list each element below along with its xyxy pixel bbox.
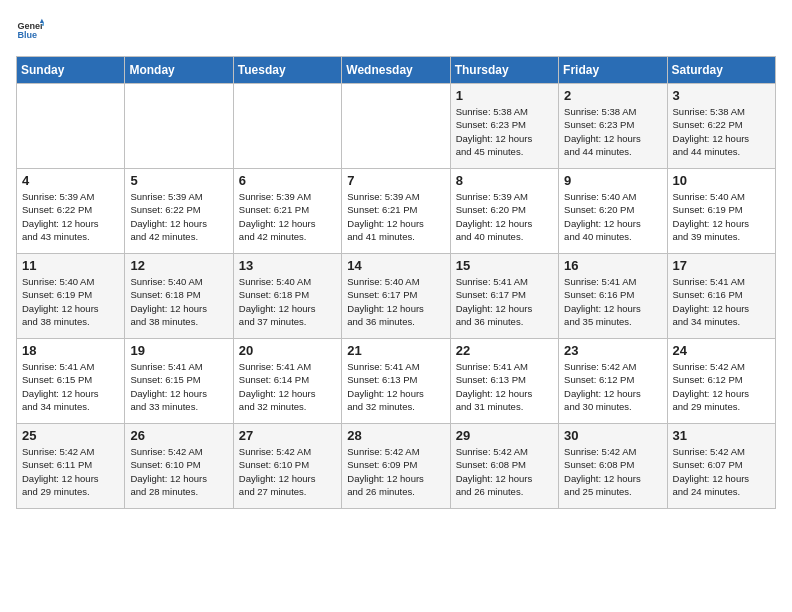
calendar-week-row: 4Sunrise: 5:39 AM Sunset: 6:22 PM Daylig… bbox=[17, 169, 776, 254]
day-info: Sunrise: 5:40 AM Sunset: 6:19 PM Dayligh… bbox=[673, 190, 770, 243]
day-info: Sunrise: 5:42 AM Sunset: 6:08 PM Dayligh… bbox=[564, 445, 661, 498]
day-info: Sunrise: 5:40 AM Sunset: 6:20 PM Dayligh… bbox=[564, 190, 661, 243]
day-info: Sunrise: 5:42 AM Sunset: 6:10 PM Dayligh… bbox=[130, 445, 227, 498]
day-number: 15 bbox=[456, 258, 553, 273]
day-number: 14 bbox=[347, 258, 444, 273]
day-header-thursday: Thursday bbox=[450, 57, 558, 84]
calendar-cell: 30Sunrise: 5:42 AM Sunset: 6:08 PM Dayli… bbox=[559, 424, 667, 509]
day-number: 13 bbox=[239, 258, 336, 273]
day-info: Sunrise: 5:41 AM Sunset: 6:16 PM Dayligh… bbox=[673, 275, 770, 328]
calendar-cell bbox=[233, 84, 341, 169]
day-info: Sunrise: 5:38 AM Sunset: 6:22 PM Dayligh… bbox=[673, 105, 770, 158]
calendar-cell: 8Sunrise: 5:39 AM Sunset: 6:20 PM Daylig… bbox=[450, 169, 558, 254]
day-info: Sunrise: 5:41 AM Sunset: 6:15 PM Dayligh… bbox=[130, 360, 227, 413]
day-info: Sunrise: 5:40 AM Sunset: 6:18 PM Dayligh… bbox=[130, 275, 227, 328]
calendar-cell: 14Sunrise: 5:40 AM Sunset: 6:17 PM Dayli… bbox=[342, 254, 450, 339]
day-info: Sunrise: 5:42 AM Sunset: 6:12 PM Dayligh… bbox=[564, 360, 661, 413]
day-number: 10 bbox=[673, 173, 770, 188]
day-info: Sunrise: 5:38 AM Sunset: 6:23 PM Dayligh… bbox=[456, 105, 553, 158]
day-info: Sunrise: 5:38 AM Sunset: 6:23 PM Dayligh… bbox=[564, 105, 661, 158]
day-number: 20 bbox=[239, 343, 336, 358]
day-info: Sunrise: 5:41 AM Sunset: 6:16 PM Dayligh… bbox=[564, 275, 661, 328]
calendar-cell: 26Sunrise: 5:42 AM Sunset: 6:10 PM Dayli… bbox=[125, 424, 233, 509]
calendar-cell: 27Sunrise: 5:42 AM Sunset: 6:10 PM Dayli… bbox=[233, 424, 341, 509]
day-header-saturday: Saturday bbox=[667, 57, 775, 84]
day-number: 17 bbox=[673, 258, 770, 273]
day-header-monday: Monday bbox=[125, 57, 233, 84]
day-info: Sunrise: 5:39 AM Sunset: 6:22 PM Dayligh… bbox=[22, 190, 119, 243]
calendar-cell bbox=[125, 84, 233, 169]
day-number: 24 bbox=[673, 343, 770, 358]
day-number: 12 bbox=[130, 258, 227, 273]
calendar-cell: 29Sunrise: 5:42 AM Sunset: 6:08 PM Dayli… bbox=[450, 424, 558, 509]
calendar-cell: 7Sunrise: 5:39 AM Sunset: 6:21 PM Daylig… bbox=[342, 169, 450, 254]
day-info: Sunrise: 5:41 AM Sunset: 6:15 PM Dayligh… bbox=[22, 360, 119, 413]
calendar-week-row: 18Sunrise: 5:41 AM Sunset: 6:15 PM Dayli… bbox=[17, 339, 776, 424]
calendar-week-row: 1Sunrise: 5:38 AM Sunset: 6:23 PM Daylig… bbox=[17, 84, 776, 169]
calendar-cell bbox=[17, 84, 125, 169]
day-number: 7 bbox=[347, 173, 444, 188]
svg-text:General: General bbox=[17, 21, 44, 31]
day-number: 31 bbox=[673, 428, 770, 443]
calendar-cell: 6Sunrise: 5:39 AM Sunset: 6:21 PM Daylig… bbox=[233, 169, 341, 254]
day-number: 9 bbox=[564, 173, 661, 188]
day-number: 8 bbox=[456, 173, 553, 188]
day-info: Sunrise: 5:41 AM Sunset: 6:13 PM Dayligh… bbox=[456, 360, 553, 413]
calendar-cell: 20Sunrise: 5:41 AM Sunset: 6:14 PM Dayli… bbox=[233, 339, 341, 424]
day-info: Sunrise: 5:42 AM Sunset: 6:07 PM Dayligh… bbox=[673, 445, 770, 498]
day-header-wednesday: Wednesday bbox=[342, 57, 450, 84]
calendar-cell: 11Sunrise: 5:40 AM Sunset: 6:19 PM Dayli… bbox=[17, 254, 125, 339]
day-info: Sunrise: 5:42 AM Sunset: 6:11 PM Dayligh… bbox=[22, 445, 119, 498]
day-number: 4 bbox=[22, 173, 119, 188]
day-info: Sunrise: 5:40 AM Sunset: 6:18 PM Dayligh… bbox=[239, 275, 336, 328]
day-info: Sunrise: 5:41 AM Sunset: 6:17 PM Dayligh… bbox=[456, 275, 553, 328]
calendar-cell: 28Sunrise: 5:42 AM Sunset: 6:09 PM Dayli… bbox=[342, 424, 450, 509]
calendar-cell: 2Sunrise: 5:38 AM Sunset: 6:23 PM Daylig… bbox=[559, 84, 667, 169]
day-info: Sunrise: 5:39 AM Sunset: 6:21 PM Dayligh… bbox=[347, 190, 444, 243]
day-info: Sunrise: 5:41 AM Sunset: 6:13 PM Dayligh… bbox=[347, 360, 444, 413]
day-info: Sunrise: 5:42 AM Sunset: 6:10 PM Dayligh… bbox=[239, 445, 336, 498]
calendar-week-row: 25Sunrise: 5:42 AM Sunset: 6:11 PM Dayli… bbox=[17, 424, 776, 509]
day-number: 30 bbox=[564, 428, 661, 443]
day-info: Sunrise: 5:42 AM Sunset: 6:09 PM Dayligh… bbox=[347, 445, 444, 498]
day-number: 27 bbox=[239, 428, 336, 443]
day-number: 3 bbox=[673, 88, 770, 103]
calendar-cell: 4Sunrise: 5:39 AM Sunset: 6:22 PM Daylig… bbox=[17, 169, 125, 254]
calendar-week-row: 11Sunrise: 5:40 AM Sunset: 6:19 PM Dayli… bbox=[17, 254, 776, 339]
calendar-table: SundayMondayTuesdayWednesdayThursdayFrid… bbox=[16, 56, 776, 509]
day-number: 22 bbox=[456, 343, 553, 358]
day-number: 1 bbox=[456, 88, 553, 103]
calendar-cell: 9Sunrise: 5:40 AM Sunset: 6:20 PM Daylig… bbox=[559, 169, 667, 254]
day-info: Sunrise: 5:39 AM Sunset: 6:21 PM Dayligh… bbox=[239, 190, 336, 243]
calendar-cell: 5Sunrise: 5:39 AM Sunset: 6:22 PM Daylig… bbox=[125, 169, 233, 254]
calendar-cell: 25Sunrise: 5:42 AM Sunset: 6:11 PM Dayli… bbox=[17, 424, 125, 509]
day-info: Sunrise: 5:39 AM Sunset: 6:20 PM Dayligh… bbox=[456, 190, 553, 243]
calendar-cell: 13Sunrise: 5:40 AM Sunset: 6:18 PM Dayli… bbox=[233, 254, 341, 339]
calendar-cell: 12Sunrise: 5:40 AM Sunset: 6:18 PM Dayli… bbox=[125, 254, 233, 339]
calendar-cell: 23Sunrise: 5:42 AM Sunset: 6:12 PM Dayli… bbox=[559, 339, 667, 424]
day-number: 16 bbox=[564, 258, 661, 273]
calendar-cell: 22Sunrise: 5:41 AM Sunset: 6:13 PM Dayli… bbox=[450, 339, 558, 424]
day-header-tuesday: Tuesday bbox=[233, 57, 341, 84]
calendar-cell: 16Sunrise: 5:41 AM Sunset: 6:16 PM Dayli… bbox=[559, 254, 667, 339]
day-number: 18 bbox=[22, 343, 119, 358]
calendar-cell: 18Sunrise: 5:41 AM Sunset: 6:15 PM Dayli… bbox=[17, 339, 125, 424]
day-info: Sunrise: 5:39 AM Sunset: 6:22 PM Dayligh… bbox=[130, 190, 227, 243]
day-number: 2 bbox=[564, 88, 661, 103]
day-number: 11 bbox=[22, 258, 119, 273]
day-number: 19 bbox=[130, 343, 227, 358]
day-header-sunday: Sunday bbox=[17, 57, 125, 84]
calendar-cell: 19Sunrise: 5:41 AM Sunset: 6:15 PM Dayli… bbox=[125, 339, 233, 424]
day-info: Sunrise: 5:41 AM Sunset: 6:14 PM Dayligh… bbox=[239, 360, 336, 413]
day-number: 6 bbox=[239, 173, 336, 188]
day-info: Sunrise: 5:40 AM Sunset: 6:19 PM Dayligh… bbox=[22, 275, 119, 328]
day-info: Sunrise: 5:42 AM Sunset: 6:12 PM Dayligh… bbox=[673, 360, 770, 413]
calendar-cell: 17Sunrise: 5:41 AM Sunset: 6:16 PM Dayli… bbox=[667, 254, 775, 339]
day-number: 26 bbox=[130, 428, 227, 443]
svg-text:Blue: Blue bbox=[17, 30, 37, 40]
day-number: 28 bbox=[347, 428, 444, 443]
logo: General Blue bbox=[16, 16, 48, 44]
calendar-cell: 21Sunrise: 5:41 AM Sunset: 6:13 PM Dayli… bbox=[342, 339, 450, 424]
calendar-cell: 1Sunrise: 5:38 AM Sunset: 6:23 PM Daylig… bbox=[450, 84, 558, 169]
day-number: 5 bbox=[130, 173, 227, 188]
